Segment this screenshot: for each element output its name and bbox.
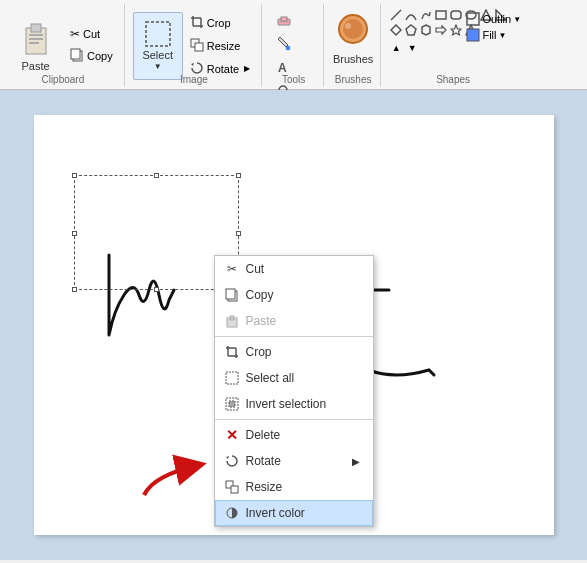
hexagon-shape[interactable] [419, 23, 433, 37]
resize-label: Resize [207, 40, 241, 52]
ctx-select-all-icon [224, 370, 240, 386]
select-button[interactable]: Select ▼ [133, 12, 183, 80]
svg-text:A: A [278, 61, 287, 75]
svg-rect-27 [436, 11, 446, 19]
handle-bc[interactable] [154, 287, 159, 292]
crop-label: Crop [207, 17, 231, 29]
diamond-shape[interactable] [389, 23, 403, 37]
svg-point-25 [345, 23, 351, 29]
handle-ml[interactable] [72, 231, 77, 236]
svg-rect-3 [29, 38, 43, 40]
ctx-copy[interactable]: Copy [215, 282, 373, 308]
svg-line-26 [391, 10, 401, 20]
ctx-crop-icon [224, 344, 240, 360]
ctx-cut[interactable]: ✂ Cut [215, 256, 373, 282]
ctx-resize[interactable]: Resize [215, 474, 373, 500]
rotate-arrow-icon: ▶ [244, 64, 250, 73]
curve-shape[interactable] [404, 8, 418, 22]
ctx-resize-label: Resize [246, 480, 283, 494]
handle-mr[interactable] [236, 231, 241, 236]
cut-label: Cut [83, 28, 100, 40]
brushes-group-label: Brushes [335, 74, 372, 85]
svg-marker-33 [406, 25, 416, 35]
select-dropdown-icon[interactable]: ▼ [154, 62, 162, 71]
copy-icon [70, 48, 84, 64]
ctx-copy-label: Copy [246, 288, 274, 302]
copy-button[interactable]: Copy [65, 45, 118, 67]
scroll-up-button[interactable]: ▲ [389, 41, 403, 55]
svg-rect-53 [229, 401, 235, 407]
svg-rect-4 [29, 42, 39, 44]
ctx-paste-icon [224, 313, 240, 329]
right-arrow-shape[interactable] [434, 23, 448, 37]
paste-icon [22, 20, 50, 60]
ctx-paste-label: Paste [246, 314, 277, 328]
rect-shape[interactable] [434, 8, 448, 22]
ctx-rotate-label: Rotate [246, 454, 281, 468]
svg-marker-32 [391, 25, 401, 35]
clipboard-group-label: Clipboard [41, 74, 84, 85]
brushes-label: Brushes [333, 53, 373, 65]
ctx-delete[interactable]: ✕ Delete [215, 422, 373, 448]
ctx-select-all[interactable]: Select all [215, 365, 373, 391]
svg-point-24 [343, 19, 363, 39]
paste-label: Paste [21, 60, 49, 72]
red-arrow [124, 445, 224, 505]
svg-marker-14 [191, 63, 194, 66]
ctx-invert-color-icon [224, 505, 240, 521]
ctx-invert-sel-icon [224, 396, 240, 412]
ctx-crop[interactable]: Crop [215, 339, 373, 365]
canvas-paper[interactable]: ✂ Cut Copy Paste [34, 115, 554, 535]
resize-button[interactable]: Resize [185, 35, 255, 57]
line-shape[interactable] [389, 8, 403, 22]
ctx-paste: Paste [215, 308, 373, 334]
ctx-sep-1 [215, 336, 373, 337]
fill-button[interactable] [270, 32, 298, 54]
star-shape[interactable] [449, 23, 463, 37]
toolbar: Paste ✂ Cut Copy Clipboard [0, 0, 587, 90]
svg-rect-56 [231, 486, 238, 493]
ctx-invert-selection[interactable]: Invert selection [215, 391, 373, 417]
canvas-area[interactable]: ✂ Cut Copy Paste [0, 90, 587, 560]
svg-rect-6 [71, 49, 80, 59]
copy-label: Copy [87, 50, 113, 62]
scissors-icon: ✂ [70, 27, 80, 41]
svg-point-18 [286, 46, 290, 50]
handle-tr[interactable] [236, 173, 241, 178]
svg-rect-44 [226, 289, 235, 299]
handle-bl[interactable] [72, 287, 77, 292]
ctx-resize-icon [224, 479, 240, 495]
fill-control[interactable]: Fill ▼ [466, 28, 521, 42]
crop-button[interactable]: Crop [185, 12, 255, 34]
ctx-invert-color[interactable]: Invert color [215, 500, 373, 526]
ctx-delete-label: Delete [246, 428, 281, 442]
rotate-label: Rotate [207, 63, 239, 75]
handle-tl[interactable] [72, 173, 77, 178]
select-label: Select [142, 49, 173, 61]
svg-rect-40 [467, 29, 479, 41]
shapes-scroll-buttons: ▲ ▼ [389, 41, 517, 55]
ctx-invert-sel-label: Invert selection [246, 397, 327, 411]
brushes-button[interactable]: Brushes [328, 4, 378, 72]
svg-rect-28 [451, 11, 461, 19]
shapes-group: ▲ ▼ Outlin ▼ Fill ▼ Shapes [383, 4, 523, 87]
ctx-invert-color-label: Invert color [246, 506, 305, 520]
freeform-shape[interactable] [419, 8, 433, 22]
tools-group-label: Tools [282, 74, 305, 85]
scroll-down-button[interactable]: ▼ [405, 41, 419, 55]
svg-rect-13 [195, 43, 203, 51]
ctx-rotate[interactable]: Rotate ▶ [215, 448, 373, 474]
outline-control[interactable]: Outlin ▼ [466, 12, 521, 26]
pentagon-shape[interactable] [404, 23, 418, 37]
svg-rect-16 [281, 17, 287, 21]
handle-tc[interactable] [154, 173, 159, 178]
svg-rect-1 [31, 24, 41, 32]
shapes-group-label: Shapes [436, 74, 470, 85]
cut-button[interactable]: ✂ Cut [65, 24, 118, 44]
svg-marker-34 [422, 25, 430, 35]
svg-marker-35 [436, 26, 446, 34]
eraser-button[interactable] [270, 8, 298, 30]
rounded-rect-shape[interactable] [449, 8, 463, 22]
ctx-rotate-icon [224, 453, 240, 469]
paste-button[interactable]: Paste [8, 12, 63, 80]
